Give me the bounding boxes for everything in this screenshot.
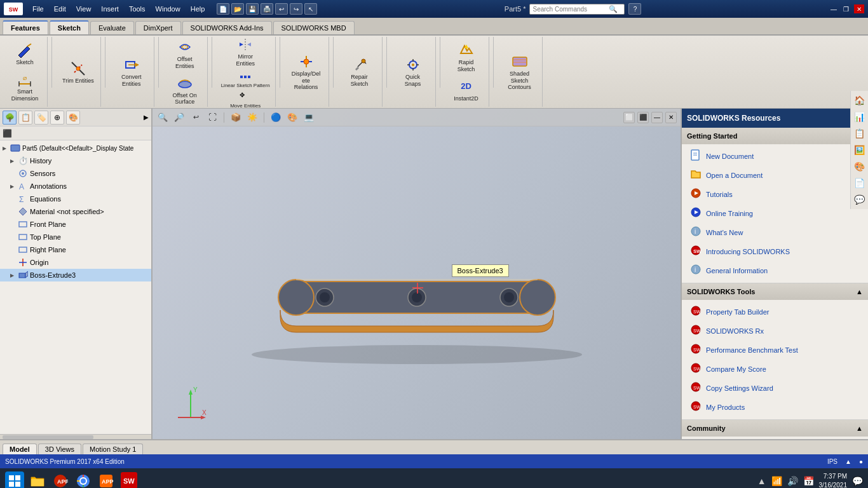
- sidebar-list-icon[interactable]: 📋: [853, 126, 867, 140]
- undo-button[interactable]: ↩: [275, 3, 288, 15]
- tree-item-part5[interactable]: ▶ Part5 (Default<<Default>_Display State: [0, 142, 151, 154]
- new-button[interactable]: 📄: [217, 3, 229, 15]
- vp-zoom-btn[interactable]: 🔎: [173, 111, 186, 124]
- rp-intro-sw[interactable]: SW Introducing SOLIDWORKS: [682, 242, 868, 261]
- redo-button[interactable]: ↪: [290, 3, 302, 15]
- clock-display[interactable]: 7:37 PM 3/16/2021: [819, 472, 848, 488]
- select-button[interactable]: ↖: [304, 3, 317, 15]
- trim-entities-button[interactable]: Trim Entities: [60, 58, 97, 86]
- volume-icon[interactable]: 🔊: [787, 476, 798, 486]
- menu-edit[interactable]: Edit: [50, 4, 71, 14]
- menu-view[interactable]: View: [72, 4, 96, 14]
- instant2d-button[interactable]: 2D Instant2D: [451, 76, 481, 104]
- shaded-contours-button[interactable]: Shaded Sketch Contours: [501, 51, 538, 92]
- section-header-getting-started[interactable]: Getting Started ▲: [682, 128, 868, 144]
- tree-item-right-plane[interactable]: Right Plane: [0, 243, 151, 256]
- menu-insert[interactable]: Insert: [97, 4, 123, 14]
- tab-dimxpert[interactable]: DimXpert: [135, 21, 181, 34]
- tab-sw-addins[interactable]: SOLIDWORKS Add-Ins: [182, 21, 272, 34]
- tab-evaluate[interactable]: Evaluate: [90, 21, 134, 34]
- vp-select-btn[interactable]: ⛶: [206, 111, 219, 124]
- sidebar-image-icon[interactable]: 🖼️: [853, 143, 867, 157]
- ft-expand-btn[interactable]: ▶: [144, 114, 149, 121]
- tree-item-sensors[interactable]: Sensors: [0, 167, 151, 180]
- tree-item-boss-extrude3[interactable]: ▶ Boss-Extrude3: [0, 269, 151, 281]
- sidebar-chat-icon[interactable]: 💬: [853, 193, 867, 207]
- offset-on-surface-button[interactable]: Offset On Surface: [166, 73, 203, 107]
- open-button[interactable]: 📂: [231, 3, 244, 15]
- ft-plus-btn[interactable]: ⊕: [50, 111, 64, 125]
- rp-open-document[interactable]: Open a Document: [682, 166, 868, 185]
- rp-perf-bench[interactable]: SW Performance Benchmark Test: [682, 341, 868, 360]
- ft-tree-btn[interactable]: 🌳: [3, 111, 17, 125]
- tree-item-material[interactable]: Material <not specified>: [0, 205, 151, 218]
- search-bar[interactable]: 🔍: [529, 4, 625, 15]
- tree-hscrollbar[interactable]: [0, 434, 151, 439]
- tab-features[interactable]: Features: [3, 20, 48, 34]
- save-button[interactable]: 💾: [246, 3, 259, 15]
- minimize-button[interactable]: —: [829, 4, 839, 13]
- ft-display-btn[interactable]: 🎨: [66, 111, 80, 125]
- tree-item-annotations[interactable]: ▶ A Annotations: [0, 180, 151, 193]
- rp-tutorials[interactable]: Tutorials: [682, 185, 868, 204]
- section-header-sw-tools[interactable]: SOLIDWORKS Tools ▲: [682, 283, 868, 300]
- vp-wireframe-btn[interactable]: 📦: [229, 111, 242, 124]
- tree-item-top-plane[interactable]: Top Plane: [0, 231, 151, 243]
- units-expand-icon[interactable]: ▲: [845, 458, 851, 465]
- print-button[interactable]: 🖨️: [261, 3, 273, 15]
- vp-rotate-btn[interactable]: 🔍: [156, 111, 169, 124]
- ft-properties-btn[interactable]: 📋: [18, 111, 32, 125]
- vp-minimize-btn[interactable]: —: [651, 112, 663, 123]
- solidworks-taskbar-icon[interactable]: SW: [119, 471, 139, 488]
- explorer-icon[interactable]: [28, 471, 47, 488]
- app3-icon[interactable]: APP: [51, 471, 70, 488]
- tree-item-origin[interactable]: Origin: [0, 256, 151, 269]
- sidebar-table-icon[interactable]: 📊: [853, 110, 867, 124]
- rp-new-document[interactable]: New Document: [682, 147, 868, 166]
- rp-online-training[interactable]: Online Training: [682, 204, 868, 223]
- chrome-icon[interactable]: [74, 471, 93, 488]
- menu-help[interactable]: Help: [186, 4, 210, 14]
- vp-display-btn[interactable]: 🔵: [269, 111, 282, 124]
- ft-config-btn[interactable]: 🏷️: [34, 111, 48, 125]
- display-delete-relations-button[interactable]: Display/Delete Relations: [288, 51, 325, 92]
- rp-general-info[interactable]: i General Information: [682, 261, 868, 280]
- up-arrow-icon[interactable]: ▲: [757, 476, 766, 486]
- close-button[interactable]: ✕: [854, 4, 864, 13]
- vp-close-btn[interactable]: ✕: [665, 112, 677, 123]
- vp-view-btn[interactable]: 💻: [302, 111, 315, 124]
- rp-copy-settings[interactable]: SW Copy Settings Wizard: [682, 379, 868, 398]
- menu-file[interactable]: File: [28, 4, 48, 14]
- btab-model[interactable]: Model: [3, 444, 37, 454]
- btab-motion-study[interactable]: Motion Study 1: [83, 444, 143, 454]
- rp-my-products[interactable]: SW My Products: [682, 398, 868, 417]
- tree-item-front-plane[interactable]: Front Plane: [0, 218, 151, 231]
- start-button[interactable]: [5, 471, 24, 488]
- rp-sw-rx[interactable]: SW SOLIDWORKS Rx: [682, 322, 868, 341]
- hscroll-thumb[interactable]: [3, 435, 93, 439]
- rp-compare-score[interactable]: SW Compare My Score: [682, 360, 868, 379]
- quick-snaps-button[interactable]: Quick Snaps: [395, 55, 431, 89]
- vp-light-btn[interactable]: ☀️: [246, 111, 259, 124]
- vp-split-v-btn[interactable]: ⬛: [637, 112, 649, 123]
- offset-entities-button[interactable]: Offset Entities: [166, 37, 203, 71]
- app5-icon[interactable]: APP: [97, 471, 116, 488]
- vp-split-h-btn[interactable]: ⬜: [623, 112, 635, 123]
- network-icon[interactable]: 📶: [771, 476, 782, 486]
- smart-dimension-button[interactable]: Ø Smart Dimension: [6, 69, 43, 104]
- move-entities-button[interactable]: ✥ Move Entities: [229, 91, 262, 108]
- notification-icon[interactable]: 💬: [852, 476, 863, 486]
- question-button[interactable]: ?: [628, 3, 641, 15]
- restore-button[interactable]: ❐: [841, 4, 851, 13]
- menu-tools[interactable]: Tools: [125, 4, 150, 14]
- repair-sketch-button[interactable]: Repair Sketch: [341, 55, 378, 89]
- linear-sketch-pattern-button[interactable]: Linear Sketch Pattern: [220, 71, 271, 89]
- calendar-icon[interactable]: 📅: [803, 476, 814, 486]
- tab-sketch[interactable]: Sketch: [50, 20, 89, 34]
- convert-entities-button[interactable]: Convert Entities: [113, 55, 150, 89]
- vp-fit-btn[interactable]: ↩: [189, 111, 202, 124]
- tab-sw-mbd[interactable]: SOLIDWORKS MBD: [273, 21, 355, 34]
- vp-scene-btn[interactable]: 🎨: [286, 111, 299, 124]
- search-input[interactable]: [532, 6, 609, 13]
- sidebar-doc-icon[interactable]: 📄: [853, 176, 867, 190]
